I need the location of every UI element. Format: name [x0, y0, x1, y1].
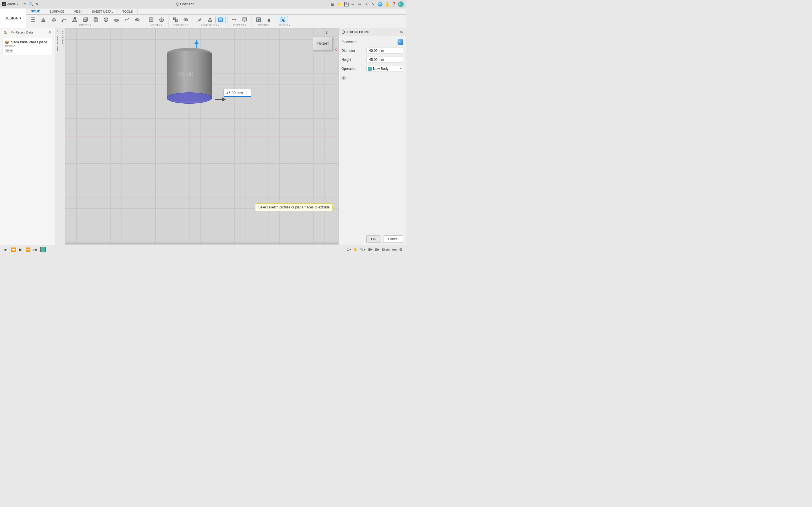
help2-icon[interactable]: ❓	[391, 2, 396, 6]
diameter-label: Diameter	[342, 49, 355, 53]
select-chevron-icon: ▾	[400, 67, 402, 71]
bottom-settings-btn[interactable]: ⚙	[399, 247, 403, 252]
placement-button[interactable]: ↖	[398, 39, 403, 45]
loft-btn[interactable]	[70, 16, 80, 23]
sweep-btn[interactable]	[59, 16, 69, 23]
skip-to-end-btn[interactable]: ⏭	[33, 247, 38, 252]
save-icon[interactable]: 💾	[344, 2, 349, 6]
undo-icon[interactable]: ↩	[351, 2, 355, 6]
extrude-btn[interactable]	[38, 16, 49, 23]
new-tab-btn[interactable]: ＋	[364, 2, 369, 6]
window-controls[interactable]: ↻ 🔍 ✕	[22, 2, 40, 6]
help-icon[interactable]: ?	[371, 2, 375, 6]
z-axis-label: Z	[326, 31, 327, 34]
recent-item[interactable]: 📦 giada trudel chess piece 10/13/21 V4 ▾	[2, 38, 52, 55]
view-cube[interactable]: Z FRONT X	[313, 31, 336, 54]
construct-btn3[interactable]	[215, 16, 225, 23]
cube-front-face[interactable]: FRONT	[313, 37, 333, 51]
prev-btn[interactable]: ⏪	[11, 247, 16, 252]
modify-btn2[interactable]	[156, 16, 167, 23]
torus-btn[interactable]	[111, 16, 121, 23]
close-btn[interactable]: ✕	[35, 2, 40, 6]
height-label: Height	[342, 58, 351, 62]
redo-icon[interactable]: ↪	[357, 2, 362, 6]
tab-mesh[interactable]: MESH	[69, 8, 87, 14]
assemble-btn1[interactable]	[170, 16, 181, 23]
zoom-btn[interactable]: 🔍▾	[360, 247, 366, 251]
ruler-ticks	[65, 241, 338, 245]
network-icon[interactable]: 🌐	[378, 2, 382, 6]
dimension-label[interactable]: 45.00 mm ⋮	[223, 89, 251, 97]
pipe-btn[interactable]	[132, 16, 142, 23]
tab-solid[interactable]: SOLID	[26, 8, 45, 14]
dim-options-btn[interactable]: ⋮	[244, 90, 248, 96]
notification-icon[interactable]: 🔔	[385, 2, 389, 6]
timeline-item[interactable]	[40, 247, 46, 252]
toolbar-tabs: SOLID SURFACE MESH SHEET METAL TOOLS	[26, 8, 406, 15]
tab-tools[interactable]: TOOLS	[118, 8, 138, 14]
assemble-btn2[interactable]	[181, 16, 191, 23]
user-avatar[interactable]: GT	[398, 1, 404, 7]
insert-btn2[interactable]	[264, 16, 274, 23]
cylinder-bottom	[167, 93, 212, 104]
cancel-button[interactable]: Cancel	[383, 235, 403, 243]
box-btn[interactable]	[80, 16, 90, 23]
orbit-btn[interactable]: ⊙▾	[347, 247, 351, 251]
height-row: Height	[342, 57, 403, 63]
expand-browser-btn[interactable]: »	[56, 28, 59, 34]
ok-button[interactable]: OK	[366, 235, 380, 243]
tooltip: Select sketch profiles or planar faces t…	[255, 203, 333, 211]
display-settings-btn[interactable]: ▣▾	[368, 247, 373, 251]
comments-tab[interactable]: COMMENTS	[61, 28, 64, 50]
window-title: ⬡ Untitled*	[40, 2, 331, 6]
dim-value: 45.00 mm	[226, 91, 243, 95]
cylinder-height-label: 45.00	[178, 70, 223, 78]
svg-marker-10	[72, 18, 77, 22]
folder-icon[interactable]: 📁	[337, 2, 342, 6]
search-btn[interactable]: 🔍	[29, 2, 33, 6]
design-button[interactable]: DESIGN ▾	[0, 8, 26, 28]
operation-select[interactable]: New Body ▾	[366, 66, 403, 72]
insert-btn1[interactable]	[253, 16, 264, 23]
inspect-btn2[interactable]	[240, 16, 250, 23]
refresh-btn[interactable]: ↻	[22, 2, 27, 6]
app-dropdown-icon[interactable]: ▾	[17, 3, 18, 6]
cylinder-model: 45.00 45.00 mm ⋮	[161, 45, 217, 107]
coil-btn[interactable]	[122, 16, 132, 23]
select-btn[interactable]	[278, 16, 288, 23]
grid-icon[interactable]: ⊞	[331, 2, 335, 6]
height-input[interactable]	[366, 57, 403, 63]
construct-btn1[interactable]	[195, 16, 205, 23]
breadcrumb-item: My Recent Data	[11, 31, 33, 34]
placement-label: Placement	[342, 40, 357, 44]
pan-btn[interactable]: ✋	[353, 247, 357, 251]
grid-settings-btn[interactable]: ⊞▾	[375, 247, 379, 251]
tab-sheet-metal[interactable]: SHEET METAL	[87, 8, 118, 14]
expand-panel-btn[interactable]: ≫	[400, 31, 403, 34]
inspect-btn1[interactable]	[229, 16, 239, 23]
next-btn[interactable]: ⏩	[26, 247, 31, 252]
play-btn[interactable]: ▶	[18, 247, 23, 252]
version-badge[interactable]: V4 ▾	[5, 49, 13, 53]
cursor-icon: ↖	[399, 40, 402, 44]
construct-btn2[interactable]	[205, 16, 215, 23]
edit-feature-body: Placement ↖ Diameter Height Op	[339, 36, 406, 75]
svg-point-18	[104, 18, 108, 22]
title-actions: ⊞ 📁 💾 ↩ ↪ ＋ ? 🌐 🔔 ❓ GT	[331, 1, 404, 7]
breadcrumb: 🏠 › My Recent Data	[3, 31, 33, 34]
revolve-btn[interactable]	[49, 16, 59, 23]
skip-to-start-btn[interactable]: ⏮	[3, 247, 8, 252]
edit-feature-title: EDIT FEATURE	[347, 31, 369, 34]
tab-surface[interactable]: SURFACE	[45, 8, 69, 14]
modify-btn1[interactable]	[146, 16, 156, 23]
toolbar-group-assemble: ASSEMBLE ▾	[168, 15, 193, 27]
inspect-group-label: INSPECT ▾	[229, 24, 250, 27]
settings-icon[interactable]: ⚙	[48, 31, 51, 34]
diameter-input[interactable]	[366, 48, 403, 54]
home-icon[interactable]: 🏠	[3, 31, 7, 34]
cylinder-btn[interactable]	[91, 16, 101, 23]
new-sketch-btn[interactable]	[28, 16, 38, 23]
browser-tab[interactable]: BROWSER	[56, 34, 59, 53]
info-btn[interactable]: ℹ	[342, 76, 346, 80]
sphere-btn[interactable]	[101, 16, 111, 23]
